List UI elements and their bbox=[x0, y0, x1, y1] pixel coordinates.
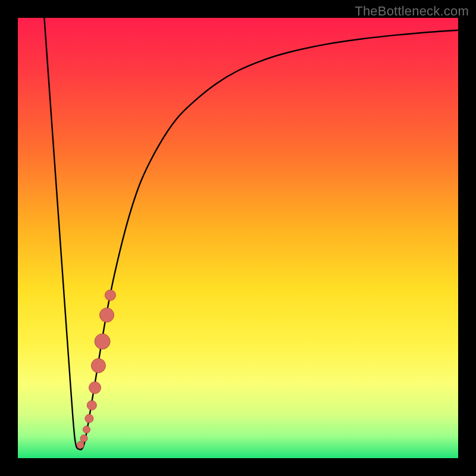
highlight-dot bbox=[87, 400, 96, 410]
chart-frame: TheBottleneck.com bbox=[0, 0, 476, 476]
highlight-dot bbox=[95, 334, 110, 349]
highlight-dot bbox=[83, 426, 90, 433]
highlight-dot bbox=[80, 435, 87, 442]
gradient-background bbox=[18, 18, 458, 458]
highlight-dot bbox=[85, 414, 93, 422]
highlight-dot bbox=[89, 382, 101, 394]
highlight-dot bbox=[105, 290, 115, 300]
watermark-text: TheBottleneck.com bbox=[355, 4, 469, 19]
plot-area bbox=[18, 18, 458, 458]
highlight-dot bbox=[77, 441, 84, 449]
highlight-dot bbox=[91, 359, 105, 373]
highlight-dot bbox=[99, 308, 114, 322]
chart-svg bbox=[18, 18, 458, 458]
